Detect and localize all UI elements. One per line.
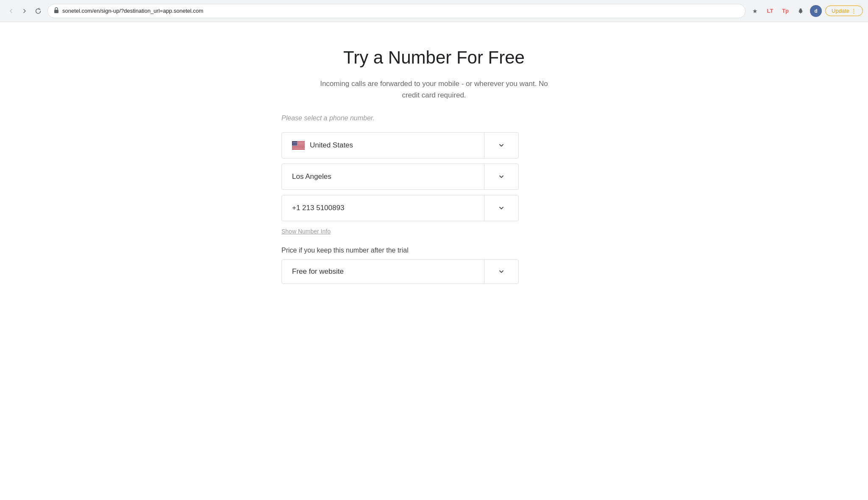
city-value: Los Angeles xyxy=(292,172,331,181)
price-dropdown-main: Free for website xyxy=(282,260,484,283)
back-button[interactable] xyxy=(5,5,17,17)
price-section: Price if you keep this number after the … xyxy=(281,247,519,284)
price-dropdown-value: Free for website xyxy=(292,267,344,275)
price-title: Price if you keep this number after the … xyxy=(281,247,519,254)
country-dropdown-main: ★★★★★★ ★★★★★ ★★★★★★ ★★★★★ ★★★★★★ United … xyxy=(282,133,484,158)
city-dropdown[interactable]: Los Angeles xyxy=(281,164,519,190)
svg-rect-0 xyxy=(54,10,58,13)
svg-rect-10 xyxy=(292,147,305,148)
update-button[interactable]: Update ⋮ xyxy=(825,6,863,16)
star-button[interactable]: ★ xyxy=(749,5,761,17)
forward-button[interactable] xyxy=(19,5,31,17)
select-prompt: Please select a phone number. xyxy=(281,114,587,122)
number-dropdown[interactable]: +1 213 5100893 xyxy=(281,195,519,221)
nav-buttons xyxy=(5,5,44,17)
extensions-button[interactable] xyxy=(795,5,807,17)
price-dropdown[interactable]: Free for website xyxy=(281,259,519,284)
address-text: sonetel.com/en/sign-up/?destination_url=… xyxy=(62,8,739,14)
number-chevron xyxy=(484,195,518,221)
price-dropdown-chevron xyxy=(484,268,518,275)
country-value: United States xyxy=(310,141,353,150)
us-flag-icon: ★★★★★★ ★★★★★ ★★★★★★ ★★★★★ ★★★★★★ xyxy=(292,141,305,150)
address-bar[interactable]: sonetel.com/en/sign-up/?destination_url=… xyxy=(47,4,746,18)
reload-button[interactable] xyxy=(32,5,44,17)
number-dropdown-main: +1 213 5100893 xyxy=(282,195,484,221)
extension-lt-button[interactable]: LT xyxy=(764,5,776,17)
country-dropdown[interactable]: ★★★★★★ ★★★★★ ★★★★★★ ★★★★★ ★★★★★★ United … xyxy=(281,132,519,158)
svg-rect-8 xyxy=(292,146,305,147)
menu-dots-icon: ⋮ xyxy=(851,8,857,14)
country-chevron xyxy=(484,133,518,158)
svg-rect-13 xyxy=(292,149,305,150)
city-chevron xyxy=(484,164,518,189)
page-content: Try a Number For Free Incoming calls are… xyxy=(273,22,595,318)
dropdowns-container: ★★★★★★ ★★★★★ ★★★★★★ ★★★★★ ★★★★★★ United … xyxy=(281,132,519,226)
profile-avatar[interactable]: d xyxy=(810,5,822,17)
svg-rect-9 xyxy=(292,147,305,147)
page-title: Try a Number For Free xyxy=(281,47,587,68)
show-number-info-link[interactable]: Show Number Info xyxy=(281,228,331,235)
city-dropdown-main: Los Angeles xyxy=(282,164,484,189)
svg-rect-12 xyxy=(292,148,305,149)
lock-icon xyxy=(54,7,59,14)
page-subtitle: Incoming calls are forwarded to your mob… xyxy=(320,78,548,101)
svg-rect-11 xyxy=(292,148,305,149)
browser-chrome: sonetel.com/en/sign-up/?destination_url=… xyxy=(0,0,868,22)
number-value: +1 213 5100893 xyxy=(292,204,344,212)
extension-tp-button[interactable]: Tp xyxy=(779,5,791,17)
browser-actions: ★ LT Tp d Update ⋮ xyxy=(749,5,863,17)
